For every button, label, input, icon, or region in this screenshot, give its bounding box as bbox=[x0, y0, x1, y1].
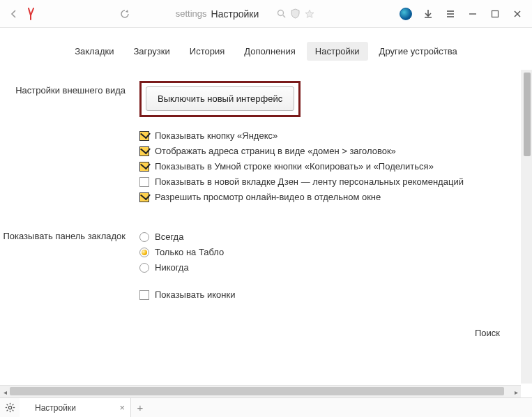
svg-point-9 bbox=[8, 406, 11, 409]
radio-icon[interactable] bbox=[139, 232, 149, 242]
maximize-button[interactable] bbox=[485, 6, 506, 22]
address-area[interactable]: settings Настройки bbox=[39, 8, 395, 20]
gear-icon[interactable] bbox=[0, 402, 20, 413]
downloads-icon[interactable] bbox=[418, 6, 439, 22]
extension-dot-icon[interactable] bbox=[395, 6, 416, 22]
close-button[interactable] bbox=[507, 6, 528, 22]
scrollbar-thumb[interactable] bbox=[10, 387, 504, 395]
section-appearance-title: Настройки внешнего вида bbox=[0, 81, 139, 207]
radio-tableau-only[interactable]: Только на Табло bbox=[139, 247, 504, 257]
reload-icon[interactable] bbox=[120, 9, 130, 19]
svg-point-0 bbox=[278, 10, 284, 16]
svg-rect-6 bbox=[492, 10, 499, 17]
checkbox-icon[interactable] bbox=[139, 192, 149, 202]
scroll-left-icon[interactable]: ◂ bbox=[0, 386, 10, 398]
titlebar-right bbox=[395, 6, 532, 22]
opt-show-icons[interactable]: Показывать иконки bbox=[139, 289, 504, 300]
scroll-right-icon[interactable]: ▸ bbox=[511, 386, 521, 398]
radio-icon[interactable] bbox=[139, 263, 149, 273]
checkbox-icon[interactable] bbox=[139, 146, 149, 156]
section-bookmarks-panel: Показывать панель закладок Всегда Только… bbox=[0, 227, 521, 305]
tabstrip: Настройки × + bbox=[0, 397, 532, 417]
scrollbar-thumb[interactable] bbox=[524, 73, 531, 156]
disable-new-ui-highlight: Выключить новый интерфейс bbox=[139, 81, 301, 117]
opt-smartline-copy-share[interactable]: Показывать в Умной строке кнопки «Копиро… bbox=[139, 161, 504, 172]
close-icon[interactable]: × bbox=[119, 402, 125, 413]
settings-nav: Закладки Загрузки История Дополнения Нас… bbox=[0, 28, 532, 73]
svg-line-15 bbox=[12, 410, 13, 411]
address-label: settings bbox=[176, 8, 207, 19]
checkbox-icon[interactable] bbox=[139, 162, 149, 172]
opt-show-yandex-button[interactable]: Показывать кнопку «Яндекс» bbox=[139, 130, 504, 141]
titlebar: settings Настройки bbox=[0, 0, 532, 28]
disable-new-ui-button[interactable]: Выключить новый интерфейс bbox=[146, 86, 294, 111]
nav-other-devices[interactable]: Другие устройства bbox=[371, 42, 466, 61]
yandex-logo-icon[interactable] bbox=[25, 8, 39, 20]
svg-line-16 bbox=[12, 404, 13, 406]
section-appearance: Настройки внешнего вида Выключить новый … bbox=[0, 81, 521, 207]
titlebar-left bbox=[0, 8, 39, 20]
vertical-scrollbar[interactable] bbox=[521, 70, 532, 384]
back-icon[interactable] bbox=[7, 9, 21, 19]
shield-icon[interactable] bbox=[290, 8, 301, 19]
nav-settings[interactable]: Настройки bbox=[307, 42, 368, 61]
settings-content: Настройки внешнего вида Выключить новый … bbox=[0, 70, 532, 384]
opt-zen-new-tab[interactable]: Показывать в новой вкладке Дзен — ленту … bbox=[139, 176, 504, 187]
minimize-button[interactable] bbox=[462, 6, 483, 22]
nav-history[interactable]: История bbox=[181, 42, 233, 61]
opt-video-popout[interactable]: Разрешить просмотр онлайн-видео в отдель… bbox=[139, 192, 504, 202]
search-icon[interactable] bbox=[277, 9, 286, 18]
checkbox-icon[interactable] bbox=[139, 131, 149, 141]
nav-addons[interactable]: Дополнения bbox=[236, 42, 304, 61]
horizontal-scrollbar[interactable]: ◂ ▸ bbox=[0, 385, 521, 397]
bookmark-star-icon[interactable] bbox=[305, 9, 314, 19]
section-bookmarks-title: Показывать панель закладок bbox=[0, 227, 139, 305]
checkbox-icon[interactable] bbox=[139, 177, 149, 187]
radio-never[interactable]: Никогда bbox=[139, 262, 504, 273]
opt-address-domain-title[interactable]: Отображать адреса страниц в виде «домен … bbox=[139, 146, 504, 156]
radio-icon[interactable] bbox=[139, 248, 149, 257]
new-tab-button[interactable]: + bbox=[131, 402, 149, 414]
svg-line-17 bbox=[6, 410, 8, 411]
svg-line-14 bbox=[6, 404, 8, 406]
menu-icon[interactable] bbox=[440, 6, 461, 22]
nav-bookmarks[interactable]: Закладки bbox=[66, 42, 122, 61]
nav-downloads[interactable]: Загрузки bbox=[125, 42, 178, 61]
svg-line-1 bbox=[283, 15, 285, 17]
tab-title: Настройки bbox=[35, 403, 76, 413]
section-search-title: Поиск bbox=[374, 328, 514, 338]
checkbox-icon[interactable] bbox=[139, 290, 149, 300]
radio-always[interactable]: Всегда bbox=[139, 232, 504, 242]
address-title: Настройки bbox=[211, 8, 259, 20]
address-pill: settings Настройки bbox=[176, 8, 259, 20]
tab-settings[interactable]: Настройки × bbox=[20, 398, 131, 417]
